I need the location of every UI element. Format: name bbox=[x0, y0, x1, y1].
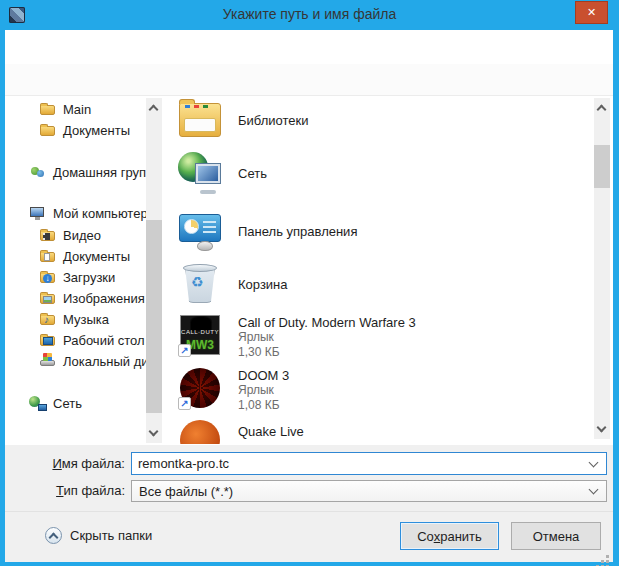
quake-live-shortcut-icon bbox=[178, 420, 222, 444]
filename-dropdown-icon[interactable] bbox=[589, 457, 599, 467]
file-kind: Ярлык bbox=[238, 330, 416, 345]
folder-icon bbox=[39, 122, 57, 138]
desktop-folder-icon bbox=[39, 332, 57, 348]
sidebar-item-label: Main bbox=[63, 102, 91, 117]
file-kind: Ярлык bbox=[238, 383, 289, 398]
file-item-quake-live[interactable]: Quake Live bbox=[178, 420, 587, 444]
file-item-cod-mw3[interactable]: CALL·DUTYMW3 ↗ Call of Duty. Modern Warf… bbox=[178, 315, 587, 363]
file-item-doom3[interactable]: ↗ DOOM 3 Ярлык 1,08 КБ bbox=[178, 368, 587, 416]
folder-icon bbox=[39, 101, 57, 117]
command-bar: Упорядочить Создать папку ? bbox=[5, 64, 613, 96]
save-button[interactable]: Сохранить bbox=[400, 522, 499, 550]
sidebar-item-label: Мой компьютер bbox=[53, 206, 148, 221]
sidebar-item-label: Сеть bbox=[53, 396, 82, 411]
file-item-recycle-bin[interactable]: ♻ Корзина bbox=[178, 260, 587, 308]
scroll-up-icon[interactable] bbox=[149, 105, 159, 115]
filename-pane: Имя файла: Тип файла: Все файлы (*.*) bbox=[5, 445, 613, 511]
filename-label: Имя файла: bbox=[5, 456, 125, 471]
file-item-libraries[interactable]: Библиотеки bbox=[178, 98, 587, 142]
sidebar-item-label: Документы bbox=[63, 249, 130, 264]
pictures-folder-icon bbox=[39, 290, 57, 306]
documents-folder-icon bbox=[39, 248, 57, 264]
sidebar-item-music[interactable]: ♪ Музыка bbox=[39, 310, 109, 328]
filename-combobox bbox=[131, 452, 607, 475]
content-area: Main Документы Домашняя группа Мой компь… bbox=[5, 96, 613, 445]
homegroup-icon bbox=[29, 164, 47, 180]
resize-grip[interactable] bbox=[606, 555, 609, 558]
sidebar-item-label: Рабочий стол bbox=[63, 333, 145, 348]
scrollbar-thumb[interactable] bbox=[146, 220, 162, 413]
music-folder-icon: ♪ bbox=[39, 311, 57, 327]
file-item-control-panel[interactable]: Панель управления bbox=[178, 208, 587, 254]
file-name: Сеть bbox=[238, 166, 267, 181]
computer-icon bbox=[29, 205, 47, 221]
sidebar-item-network[interactable]: Сеть bbox=[29, 394, 82, 412]
sidebar-item-videos[interactable]: Видео bbox=[39, 226, 101, 244]
videos-folder-icon bbox=[39, 227, 57, 243]
cod-mw3-shortcut-icon: CALL·DUTYMW3 ↗ bbox=[178, 315, 222, 355]
cancel-button[interactable]: Отмена bbox=[511, 522, 601, 550]
chevron-up-circle-icon bbox=[45, 527, 62, 544]
local-disk-icon bbox=[39, 353, 57, 369]
file-name: Call of Duty. Modern Warfare 3 bbox=[238, 315, 416, 330]
file-name: Библиотеки bbox=[238, 113, 308, 128]
file-name: Quake Live bbox=[238, 424, 304, 439]
save-file-dialog: Укажите путь и имя файла ✕ ← → ↑ Рабочий… bbox=[0, 0, 619, 566]
sidebar-item-label: Видео bbox=[63, 228, 101, 243]
sidebar-item-documents[interactable]: Документы bbox=[39, 247, 130, 265]
sidebar-item-desktop[interactable]: Рабочий стол bbox=[39, 331, 145, 349]
filetype-value: Все файлы (*.*) bbox=[132, 484, 590, 499]
file-list-scrollbar[interactable] bbox=[594, 98, 610, 439]
sidebar-item-label: Музыка bbox=[63, 312, 109, 327]
file-name: DOOM 3 bbox=[238, 368, 289, 383]
filename-input[interactable] bbox=[132, 456, 590, 471]
sidebar-item-homegroup[interactable]: Домашняя группа bbox=[29, 163, 160, 181]
file-list: Библиотеки Сеть Панель управления ♻ Корз… bbox=[170, 96, 613, 445]
scroll-up-icon[interactable] bbox=[597, 105, 607, 115]
file-size: 1,30 КБ bbox=[238, 345, 416, 360]
shortcut-arrow-icon: ↗ bbox=[178, 344, 191, 357]
file-size: 1,08 КБ bbox=[238, 398, 289, 413]
footer: Скрыть папки Сохранить Отмена bbox=[5, 511, 613, 562]
sidebar-item-label: Документы bbox=[63, 123, 130, 138]
hide-folders-button[interactable]: Скрыть папки bbox=[45, 527, 152, 544]
file-item-network[interactable]: Сеть bbox=[178, 151, 587, 195]
hide-folders-label: Скрыть папки bbox=[70, 528, 152, 543]
scrollbar-thumb[interactable] bbox=[594, 145, 610, 188]
scroll-down-icon[interactable] bbox=[597, 423, 607, 433]
sidebar-item-downloads[interactable]: ↓ Загрузки bbox=[39, 268, 115, 286]
sidebar-item-local-disk[interactable]: Локальный диск bbox=[39, 352, 161, 370]
sidebar-item-label: Загрузки bbox=[63, 270, 115, 285]
sidebar-item-my-computer[interactable]: Мой компьютер bbox=[29, 204, 148, 222]
downloads-folder-icon: ↓ bbox=[39, 269, 57, 285]
file-name: Панель управления bbox=[238, 224, 357, 239]
network-icon bbox=[29, 395, 47, 411]
recycle-bin-icon: ♻ bbox=[178, 263, 222, 305]
sidebar-scrollbar[interactable] bbox=[146, 98, 162, 443]
close-icon: ✕ bbox=[587, 6, 596, 19]
sidebar-item-label: Изображения bbox=[63, 291, 145, 306]
filetype-label: Тип файла: bbox=[5, 483, 125, 498]
doom3-shortcut-icon: ↗ bbox=[178, 368, 222, 408]
filetype-dropdown-icon[interactable] bbox=[589, 485, 599, 495]
libraries-icon bbox=[178, 103, 222, 137]
navigation-bar: ← → ↑ Рабочий стол ↻ bbox=[5, 30, 613, 64]
titlebar: Укажите путь и имя файла ✕ bbox=[0, 0, 619, 30]
shortcut-arrow-icon: ↗ bbox=[178, 397, 191, 410]
scroll-down-icon[interactable] bbox=[149, 427, 159, 437]
file-name: Корзина bbox=[238, 277, 288, 292]
sidebar-item-documents-top[interactable]: Документы bbox=[39, 121, 130, 139]
sidebar-item-label: Домашняя группа bbox=[53, 165, 160, 180]
close-button[interactable]: ✕ bbox=[575, 1, 608, 24]
filetype-select[interactable]: Все файлы (*.*) bbox=[131, 480, 607, 502]
sidebar-item-main[interactable]: Main bbox=[39, 100, 91, 118]
sidebar-item-pictures[interactable]: Изображения bbox=[39, 289, 145, 307]
window-title: Укажите путь и имя файла bbox=[0, 6, 619, 22]
control-panel-icon bbox=[178, 211, 222, 251]
network-globe-icon bbox=[178, 152, 222, 194]
